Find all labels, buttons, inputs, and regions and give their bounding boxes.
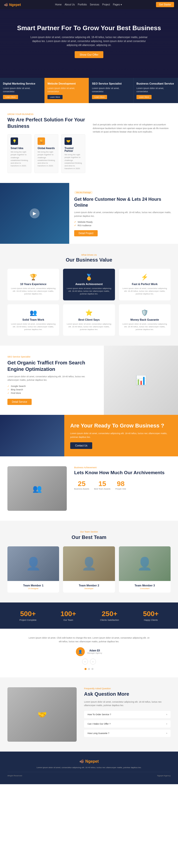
counter-num-0: 500+ [20,610,37,618]
team-badge: Our Team Section [7,531,171,533]
bv-card-text-0: Lorem ipsum dolor sit amet, consectetur … [11,287,56,296]
get-more-content: We Are Package Get More Customer Now & L… [69,183,178,244]
seo-button[interactable]: Detail Service [7,399,32,405]
feature-cards: 💡 Smart Idea We bring the right people t… [7,134,85,173]
navbar: 🐗 Ngepet Home About Us Portfolio Service… [0,0,178,9]
seo-title: Get Organic Traffict From Search Engine … [7,360,96,372]
testimonial-arrows: ‹ › [7,659,171,664]
logo-text: Ngepet [9,3,21,7]
nav-services[interactable]: Services [90,3,99,6]
faq-item-0[interactable]: How To Order Service ? › [84,711,171,718]
cta-title: Are Your Ready To Grow Business ? [70,422,172,429]
bv-card-5: 🛡️ Money Back Guarante Lorem ipsum dolor… [119,304,171,336]
achievements-badge: Business Achievement [74,466,171,469]
faq-badge: Frequently Asked Question [84,687,171,690]
achievements-image: 👥 [7,466,67,511]
service-desc-2: Lorem ipsum dolor sit amet, consectetur. [92,87,130,93]
get-more-desc: Lorem ipsum dolor sit amet, consectetur … [74,211,173,218]
team-photo-2: 👤 [119,546,171,581]
faq-question-1: Can I Make Our Offer ? [88,723,111,725]
team-name-0: Team Member 1 [10,584,56,587]
service-btn-3[interactable]: Learn More [137,95,152,99]
nav-links: Home About Us Portfolio Services Project… [55,3,122,6]
person-icon-2: 👤 [137,557,152,571]
ach-lbl-1: Best Team Awards [94,488,111,490]
get-more-section: ▶ We Are Package Get More Customer Now &… [0,183,178,244]
team-title: Our Best Team [7,534,171,540]
testimonial-prev-arrow[interactable]: ‹ [82,659,88,664]
bv-card-4: ⭐ Best Client Says Lorem ipsum dolor sit… [63,304,115,336]
counter-label-1: Our Team [61,619,76,621]
nav-about[interactable]: About Us [64,3,75,6]
get-more-button[interactable]: Detail Project [74,230,98,236]
seo-section: SEO Service Specialist Get Organic Traff… [0,346,178,415]
bv-card-2: ⚡ Fast & Perfect Work Lorem ipsum dolor … [119,269,171,300]
counter-1: 100+ Our Team [61,610,76,621]
bv-icon-2: ⚡ [122,274,167,281]
bv-icon-3: 👥 [11,309,56,316]
cta-button[interactable]: Contact Us [70,442,92,449]
testimonial-text: Lorem ipsum dolor sit amet. Click edit b… [27,636,151,643]
faq-item-1[interactable]: Can I Make Our Offer ? › [84,720,171,727]
testimonial-dot-2[interactable] [91,668,93,670]
bv-card-title-4: Best Client Says [66,318,111,321]
nav-project[interactable]: Project [102,3,110,6]
service-card-3: Business Consultant Service Lorem ipsum … [134,78,178,103]
hero-title: Smart Partner For To Grow Your Best Busi… [10,24,168,32]
footer-description: Lorem ipsum dolor sit amet, consectetur … [27,766,151,769]
bv-card-1: 🏅 Awards Achievement Lorem ipsum dolor s… [63,269,115,300]
bv-card-title-0: 10 Years Experience [11,283,56,285]
team-photo-0: 👤 [7,546,59,581]
testimonial-name: Adam Ell [87,649,102,652]
testimonial-dot-1[interactable] [88,668,90,670]
team-name-1: Team Member 2 [66,584,112,587]
feature-icon-1: 🏆 [37,137,45,145]
get-more-badge: We Are Package [74,191,93,194]
service-btn-1[interactable]: Learn More [48,95,63,99]
service-desc-0: Lorem ipsum dolor sit amet, consectetur. [3,87,41,93]
testimonial-dot-0[interactable] [85,668,87,670]
team-photo-1: 👤 [63,546,115,581]
hero-cta-button[interactable]: Show Our Offer [75,51,103,58]
play-button[interactable]: ▶ [30,209,39,218]
bv-card-0: 🏆 10 Years Experience Lorem ipsum dolor … [7,269,59,300]
service-btn-2[interactable]: Learn More [92,95,107,99]
testimonial-role: Manager Agency [87,652,102,654]
footer-logo: 🐗 Ngepet [7,759,171,764]
team-card-2: 👤 Team Member 3 Consultant [119,546,171,593]
faq-question-0: How To Order Service ? [88,713,111,716]
seo-desc: Lorem ipsum dolor sit amet, consectetur … [7,375,96,382]
faq-desc: Lorem ipsum dolor sit amet, consectetur … [84,700,171,707]
nav-pages[interactable]: Pages ▾ [113,3,122,6]
bv-icon-4: ⭐ [66,309,111,316]
nav-cta-button[interactable]: Get Starter [156,2,174,7]
footer-bottom: Alright Reserved Ngepet Agency [7,772,171,777]
feature-card-2: 🤝 Trusted Partner We bring the right peo… [61,134,85,173]
seo-check-0: Google Search [7,385,96,388]
team-section: Our Team Section Our Best Team 👤 Team Me… [0,521,178,602]
perfect-left: Grow Your Business We Are Perfect Soluti… [7,113,85,173]
nav-home[interactable]: Home [55,3,62,6]
feature-title-0: Smart Idea [11,147,28,150]
testimonial-next-arrow[interactable]: › [90,659,96,664]
cta-content: Are Your Ready To Grow Business ? Lorem … [64,415,178,456]
bv-icon-0: 🏆 [11,274,56,281]
service-btn-0[interactable]: Learn More [3,95,18,99]
counter-num-2: 250+ [100,610,119,618]
counter-num-3: 500+ [143,610,158,618]
feature-card-0: 💡 Smart Idea We bring the right people t… [7,134,31,173]
bv-card-title-1: Awards Achievement [66,283,111,285]
counter-3: 500+ Happy Clients [143,610,158,621]
faq-title: Ask Question More [84,691,171,697]
nav-portfolio[interactable]: Portfolio [78,3,87,6]
bv-card-text-1: Lorem ipsum dolor sit amet, consectetur … [66,287,111,296]
bv-card-text-4: Lorem ipsum dolor sit amet, consectetur … [66,322,111,331]
person-icon-1: 👤 [81,557,97,571]
check-0: Website Ready [74,221,173,223]
testimonial-author-info: Adam Ell Manager Agency [87,649,102,654]
feature-text-2: We bring the right people together to ch… [64,153,82,170]
faq-item-2[interactable]: How Long Guarante ? › [84,730,171,737]
bv-label: What Drives Us [7,254,171,256]
bv-icon-1: 🏅 [66,274,111,281]
perfect-label: Grow Your Business [7,113,85,116]
